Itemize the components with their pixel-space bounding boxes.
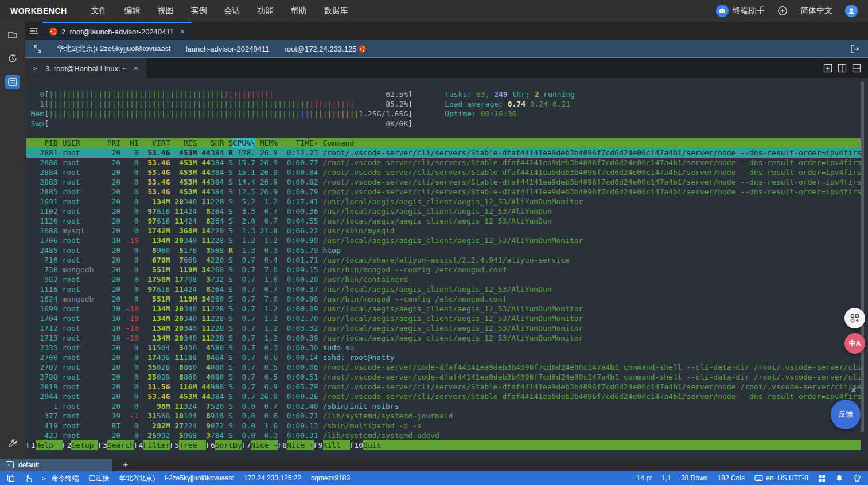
fn-key-f2[interactable]: F2 xyxy=(63,440,72,450)
fn-label-f4[interactable]: Filter xyxy=(143,440,170,450)
process-row-2819[interactable]: 2819root20011.5G116M44980S0.76.90:05.79/… xyxy=(26,382,861,392)
column-header-cpu[interactable]: CPU%\ xyxy=(233,138,255,148)
add-pane-icon[interactable] xyxy=(823,64,832,73)
column-header-shr[interactable]: SHR xyxy=(197,138,224,148)
process-row-1116[interactable]: 1116root20097616114248264S0.70.70:00.37/… xyxy=(26,284,861,294)
menu-item-0[interactable]: 文件 xyxy=(91,6,107,16)
process-row-1712[interactable]: 1712root10-10134M2034011228S0.71.20:03.3… xyxy=(26,323,861,333)
process-row-1699[interactable]: 1699root10-10134M2034011228S0.71.20:00.0… xyxy=(26,304,861,314)
close-session-tab-icon[interactable]: × xyxy=(180,27,185,36)
menu-item-5[interactable]: 功能 xyxy=(258,6,274,16)
process-row-2885[interactable]: 2885root20053.4G453M44384S12.526.90:00.7… xyxy=(26,187,861,197)
fn-label-f1[interactable]: Help xyxy=(36,440,63,450)
process-row-1624[interactable]: 1624mongodb200551M119M34260S0.77.00:00.9… xyxy=(26,294,861,304)
translate-button[interactable]: 中A xyxy=(844,333,865,354)
process-row-2944[interactable]: 2944root20053.4G453M44384S0.726.90:00.26… xyxy=(26,392,861,401)
column-header-cmd[interactable]: Command xyxy=(322,138,354,148)
process-row-377[interactable]: 377root19-131568101048916S0.00.60:00.71/… xyxy=(26,411,861,421)
detach-window-icon[interactable] xyxy=(850,45,860,53)
process-row-2881[interactable]: 2881root20053.4G453M44384R128.26.90:12.2… xyxy=(26,148,861,158)
split-horizontal-icon[interactable] xyxy=(852,64,861,73)
close-terminal-tab-icon[interactable]: × xyxy=(134,64,138,73)
column-header-pid[interactable]: PID xyxy=(26,138,58,148)
column-header-st[interactable]: S xyxy=(224,138,233,148)
feedback-button[interactable]: 反馈 xyxy=(831,400,861,429)
menu-item-1[interactable]: 编辑 xyxy=(124,6,141,16)
menu-item-6[interactable]: 帮助 xyxy=(291,6,307,16)
process-row-1704[interactable]: 1704root10-10134M2034011228S0.71.20:02.7… xyxy=(26,314,861,323)
fn-label-f3[interactable]: Search xyxy=(107,440,134,450)
language-switcher[interactable]: 简体中文 xyxy=(800,6,832,16)
tab-list-button[interactable] xyxy=(25,22,42,40)
process-row-710[interactable]: 710root200670M76684220S0.70.40:01.71/usr… xyxy=(26,255,861,265)
assistant-button[interactable]: 终端助手 xyxy=(716,5,765,17)
history-icon[interactable] xyxy=(5,51,20,66)
process-row-1088[interactable]: 1088mysql2001742M368M14220S1.321.80:06.2… xyxy=(26,226,861,236)
column-header-time[interactable]: TIME+ xyxy=(278,138,318,148)
process-row-2485[interactable]: 2485root200896051763568R1.30.30:05.79hto… xyxy=(26,245,861,255)
fn-key-f4[interactable]: F4 xyxy=(134,440,143,450)
menu-item-3[interactable]: 实例 xyxy=(191,6,207,16)
fn-label-f7[interactable]: Nice - xyxy=(251,440,278,450)
fn-label-f5[interactable]: Tree xyxy=(179,440,206,450)
sessions-icon[interactable] xyxy=(5,75,20,89)
fn-key-f10[interactable]: F10 xyxy=(350,440,363,450)
column-header-pri[interactable]: PRI xyxy=(103,138,120,148)
fn-label-f6[interactable]: SortBy xyxy=(215,440,242,450)
process-table-header[interactable]: PIDUSERPRINIVIRTRESSHRSCPU%\MEM%TIME+Com… xyxy=(26,138,861,148)
fn-key-f9[interactable]: F9 xyxy=(314,440,323,450)
process-row-2883[interactable]: 2883root20053.4G453M44384S14.426.90:00.8… xyxy=(26,177,861,187)
hand-icon[interactable] xyxy=(25,474,32,482)
process-row-2886[interactable]: 2886root20053.4G453M44384S15.726.90:00.7… xyxy=(26,158,861,167)
process-row-1[interactable]: 1root20098M113247520S0.00.70:02.40/sbin/… xyxy=(26,401,861,411)
fn-key-f1[interactable]: F1 xyxy=(26,440,36,450)
fn-label-f10[interactable]: Quit xyxy=(363,440,861,450)
tools-icon[interactable] xyxy=(5,436,20,451)
menu-item-4[interactable]: 会话 xyxy=(224,6,240,16)
file-manager-icon[interactable] xyxy=(5,28,20,42)
fn-label-f8[interactable]: Nice + xyxy=(287,440,314,450)
fn-key-f6[interactable]: F6 xyxy=(206,440,215,450)
column-header-user[interactable]: USER xyxy=(63,138,103,148)
process-row-2787[interactable]: 2787root2003502888604080S0.70.50:00.06/r… xyxy=(26,362,861,372)
column-header-res[interactable]: RES xyxy=(170,138,197,148)
process-row-1713[interactable]: 1713root10-10134M2034011228S0.71.20:00.3… xyxy=(26,333,861,343)
process-row-1706[interactable]: 1706root10-10134M2034011228S1.31.20:00.9… xyxy=(26,236,861,245)
process-row-730[interactable]: 730mongodb200551M119M34260S0.77.00:09.15… xyxy=(26,265,861,275)
fn-key-f8[interactable]: F8 xyxy=(278,440,287,450)
terminal-output[interactable]: 0[||||||||||||||||||||||||||||||||||||||… xyxy=(25,78,868,459)
fn-label-f2[interactable]: Setup xyxy=(71,440,98,450)
fn-key-f5[interactable]: F5 xyxy=(170,440,180,450)
menu-item-2[interactable]: 视图 xyxy=(158,6,174,16)
terminal-tab[interactable]: >_ 3. root@Hanbai-Linux: ~ × xyxy=(25,58,146,78)
copy-icon[interactable] xyxy=(7,474,15,482)
encoding-control[interactable]: en_US.UTF-8 xyxy=(754,474,808,482)
session-tab[interactable]: 2_root@launch-advisor-20240411 × xyxy=(42,22,192,40)
quick-apps-button[interactable] xyxy=(844,308,865,328)
process-row-2335[interactable]: 2335root2001150454364580S0.70.30:00.30su… xyxy=(26,343,861,353)
grid-icon[interactable] xyxy=(818,475,826,482)
session-default-tab[interactable]: >_ default xyxy=(0,459,112,471)
process-row-2788[interactable]: 2788root2003502888604080S0.70.50:00.51/r… xyxy=(26,372,861,382)
add-session-button[interactable]: + xyxy=(123,460,128,470)
process-row-1102[interactable]: 1102root20097616114248264S3.30.70:09.36/… xyxy=(26,206,861,216)
avatar-icon[interactable] xyxy=(845,5,858,17)
column-header-virt[interactable]: VIRT xyxy=(139,138,170,148)
column-header-mem[interactable]: MEM% xyxy=(255,138,278,148)
process-row-2884[interactable]: 2884root20053.4G453M44384S15.126.90:00.8… xyxy=(26,167,861,177)
split-vertical-icon[interactable] xyxy=(838,64,847,73)
process-row-1691[interactable]: 1691root200134M2034011228S5.21.20:17.41/… xyxy=(26,197,861,206)
feedback-close-icon[interactable]: × xyxy=(851,385,856,396)
process-row-962[interactable]: 962root2001758M177083732S0.71.00:00.20/u… xyxy=(26,275,861,284)
menu-item-7[interactable]: 数据库 xyxy=(324,6,348,16)
fn-label-f9[interactable]: Kill xyxy=(323,440,350,450)
terminal-scrollbar[interactable] xyxy=(861,81,864,432)
process-row-423[interactable]: 423root2002599259683784S0.00.30:00.31/li… xyxy=(26,431,861,440)
font-size-indicator[interactable]: 14 pt xyxy=(637,474,652,482)
process-row-2700[interactable]: 2700root20017496111888464S0.70.60:00.14s… xyxy=(26,353,861,362)
bell-icon[interactable] xyxy=(835,474,843,482)
fn-key-f3[interactable]: F3 xyxy=(98,440,107,450)
theme-shirt-icon[interactable] xyxy=(853,475,861,482)
resize-arrows-icon[interactable] xyxy=(33,45,42,53)
column-header-ni[interactable]: NI xyxy=(120,138,138,148)
